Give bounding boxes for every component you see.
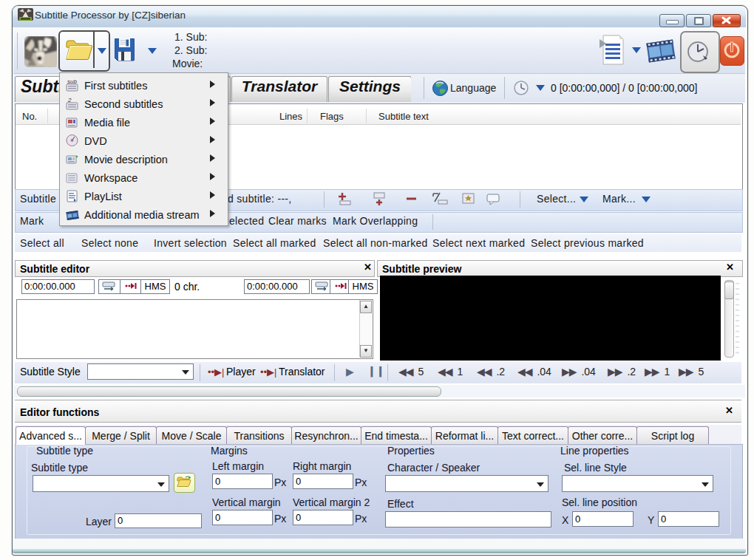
svg-text:sub: sub	[67, 78, 77, 85]
svg-text:2: 2	[67, 97, 72, 103]
